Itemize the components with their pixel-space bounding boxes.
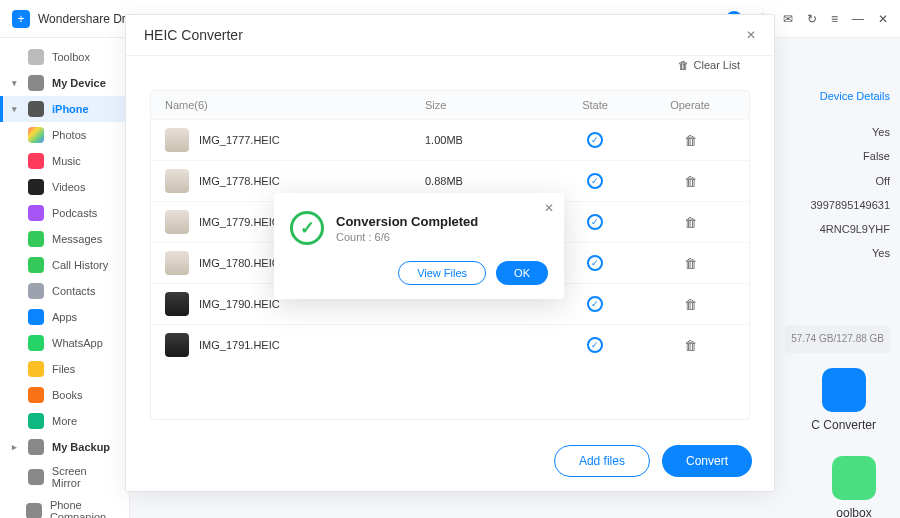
file-name: IMG_1790.HEIC <box>199 298 280 310</box>
sidebar-item-label: Messages <box>52 233 102 245</box>
app-logo-icon: + <box>12 10 30 28</box>
more-icon <box>28 413 44 429</box>
files-icon <box>28 361 44 377</box>
storage-chip: 57.74 GB/127.88 GB <box>785 325 890 353</box>
delete-row-icon[interactable]: 🗑 <box>684 338 697 353</box>
music-icon <box>28 153 44 169</box>
success-check-icon: ✓ <box>290 211 324 245</box>
sidebar-item-call-history[interactable]: Call History <box>0 252 129 278</box>
sidebar-item-label: Files <box>52 363 75 375</box>
sidebar-item-messages[interactable]: Messages <box>0 226 129 252</box>
modal-title: HEIC Converter <box>144 27 243 43</box>
conversion-complete-popup: ✕ ✓ Conversion Completed Count : 6/6 Vie… <box>274 193 564 299</box>
sidebar: Toolbox ▾My Device ▾iPhone Photos Music … <box>0 38 130 518</box>
history-icon[interactable]: ↻ <box>807 12 817 26</box>
sidebar-item-label: Call History <box>52 259 108 271</box>
detail-value: Yes <box>770 120 890 144</box>
file-name: IMG_1791.HEIC <box>199 339 280 351</box>
delete-row-icon[interactable]: 🗑 <box>684 133 697 148</box>
col-name: Name(6) <box>165 99 425 111</box>
chevron-down-icon: ▾ <box>12 104 20 114</box>
file-name: IMG_1780.HEIC <box>199 257 280 269</box>
minimize-icon[interactable]: — <box>852 12 864 26</box>
sidebar-item-music[interactable]: Music <box>0 148 129 174</box>
tool-label: C Converter <box>811 418 876 432</box>
sidebar-item-toolbox[interactable]: Toolbox <box>0 44 129 70</box>
detail-value: False <box>770 144 890 168</box>
device-icon <box>28 75 44 91</box>
detail-value: 3997895149631 <box>770 193 890 217</box>
file-thumb-icon <box>165 251 189 275</box>
file-size: 0.88MB <box>425 175 545 187</box>
state-ok-icon: ✓ <box>587 132 603 148</box>
close-icon[interactable]: ✕ <box>878 12 888 26</box>
sidebar-item-screen-mirror[interactable]: Screen Mirror <box>0 460 129 494</box>
sidebar-item-phone-companion[interactable]: Phone Companion <box>0 494 129 518</box>
heic-tool-icon <box>822 368 866 412</box>
device-details-panel: Device Details Yes False Off 39978951496… <box>770 84 890 353</box>
convert-button[interactable]: Convert <box>662 445 752 477</box>
sidebar-item-photos[interactable]: Photos <box>0 122 129 148</box>
detail-value: Off <box>770 169 890 193</box>
heic-converter-modal: HEIC Converter ✕ 🗑Clear List Name(6) Siz… <box>125 14 775 492</box>
sidebar-item-label: Books <box>52 389 83 401</box>
popup-close-icon[interactable]: ✕ <box>544 201 554 215</box>
ok-button[interactable]: OK <box>496 261 548 285</box>
delete-row-icon[interactable]: 🗑 <box>684 215 697 230</box>
popup-count: Count : 6/6 <box>336 231 478 243</box>
detail-value: Yes <box>770 241 890 265</box>
videos-icon <box>28 179 44 195</box>
contacts-icon <box>28 283 44 299</box>
add-files-button[interactable]: Add files <box>554 445 650 477</box>
apps-icon <box>28 309 44 325</box>
tool-card-converter[interactable]: C Converter <box>811 368 876 432</box>
whatsapp-icon <box>28 335 44 351</box>
delete-row-icon[interactable]: 🗑 <box>684 174 697 189</box>
state-ok-icon: ✓ <box>587 296 603 312</box>
state-ok-icon: ✓ <box>587 214 603 230</box>
col-size: Size <box>425 99 545 111</box>
view-files-button[interactable]: View Files <box>398 261 486 285</box>
sidebar-item-files[interactable]: Files <box>0 356 129 382</box>
menu-icon[interactable]: ≡ <box>831 12 838 26</box>
sidebar-item-label: Videos <box>52 181 85 193</box>
sidebar-item-videos[interactable]: Videos <box>0 174 129 200</box>
sidebar-item-label: More <box>52 415 77 427</box>
sidebar-item-label: Contacts <box>52 285 95 297</box>
popup-title: Conversion Completed <box>336 214 478 229</box>
table-row: IMG_1791.HEIC✓🗑 <box>151 324 749 365</box>
modal-close-icon[interactable]: ✕ <box>746 28 756 42</box>
sidebar-item-whatsapp[interactable]: WhatsApp <box>0 330 129 356</box>
podcasts-icon <box>28 205 44 221</box>
sidebar-item-more[interactable]: More <box>0 408 129 434</box>
state-ok-icon: ✓ <box>587 173 603 189</box>
sidebar-item-books[interactable]: Books <box>0 382 129 408</box>
sidebar-item-iphone[interactable]: ▾iPhone <box>0 96 129 122</box>
file-thumb-icon <box>165 333 189 357</box>
chevron-right-icon: ▸ <box>12 442 20 452</box>
sidebar-item-contacts[interactable]: Contacts <box>0 278 129 304</box>
chevron-down-icon: ▾ <box>12 78 20 88</box>
device-details-link[interactable]: Device Details <box>770 84 890 108</box>
sidebar-item-apps[interactable]: Apps <box>0 304 129 330</box>
companion-icon <box>26 503 42 518</box>
clear-list-label: Clear List <box>694 59 740 71</box>
trash-icon: 🗑 <box>678 59 689 71</box>
sidebar-item-label: My Backup <box>52 441 110 453</box>
sidebar-item-my-device[interactable]: ▾My Device <box>0 70 129 96</box>
file-size: 1.00MB <box>425 134 545 146</box>
tool-card-toolbox[interactable]: oolbox <box>832 456 876 518</box>
sidebar-item-podcasts[interactable]: Podcasts <box>0 200 129 226</box>
sidebar-item-label: Music <box>52 155 81 167</box>
file-name: IMG_1777.HEIC <box>199 134 280 146</box>
file-thumb-icon <box>165 169 189 193</box>
sidebar-item-my-backup[interactable]: ▸My Backup <box>0 434 129 460</box>
sidebar-item-label: Apps <box>52 311 77 323</box>
sidebar-item-label: Toolbox <box>52 51 90 63</box>
delete-row-icon[interactable]: 🗑 <box>684 297 697 312</box>
delete-row-icon[interactable]: 🗑 <box>684 256 697 271</box>
mail-icon[interactable]: ✉ <box>783 12 793 26</box>
col-operate: Operate <box>645 99 735 111</box>
clear-list-button[interactable]: 🗑Clear List <box>678 59 740 71</box>
file-thumb-icon <box>165 128 189 152</box>
